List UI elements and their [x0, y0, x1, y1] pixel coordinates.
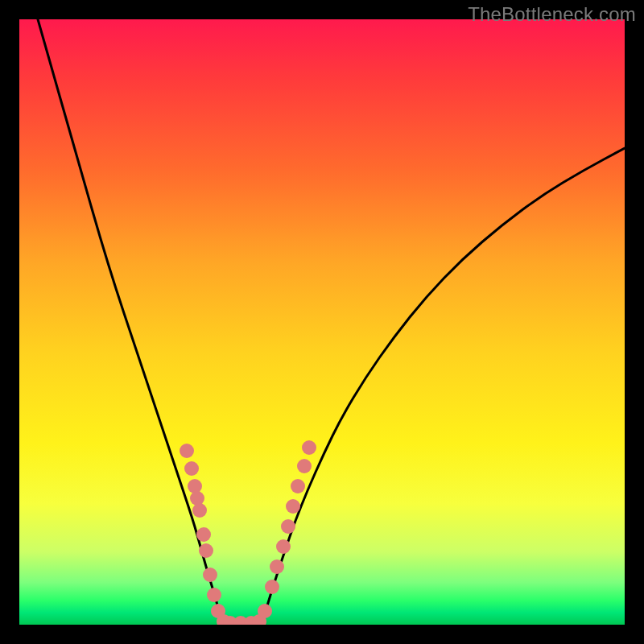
scatter-dot — [196, 527, 211, 542]
scatter-dots — [180, 440, 316, 625]
scatter-dot — [188, 479, 202, 493]
scatter-dot — [192, 503, 207, 518]
scatter-dot — [199, 543, 213, 558]
scatter-dot — [265, 580, 279, 594]
scatter-dot — [286, 499, 300, 514]
scatter-dot — [190, 491, 204, 506]
scatter-dot — [281, 519, 295, 534]
scatter-dot — [203, 568, 217, 582]
right-curve — [261, 148, 625, 625]
scatter-dot — [276, 539, 291, 554]
scatter-dot — [180, 444, 194, 458]
scatter-dot — [302, 440, 316, 455]
watermark-text: TheBottleneck.com — [468, 3, 636, 26]
chart-svg — [19, 19, 625, 625]
scatter-dot — [270, 559, 284, 574]
left-curve — [38, 19, 224, 625]
chart-plot-area — [19, 19, 625, 625]
curves-group — [38, 19, 625, 625]
scatter-dot — [207, 588, 221, 602]
scatter-dot — [184, 461, 199, 476]
scatter-dot — [258, 604, 272, 618]
scatter-dot — [291, 479, 305, 493]
scatter-dot — [297, 459, 312, 473]
